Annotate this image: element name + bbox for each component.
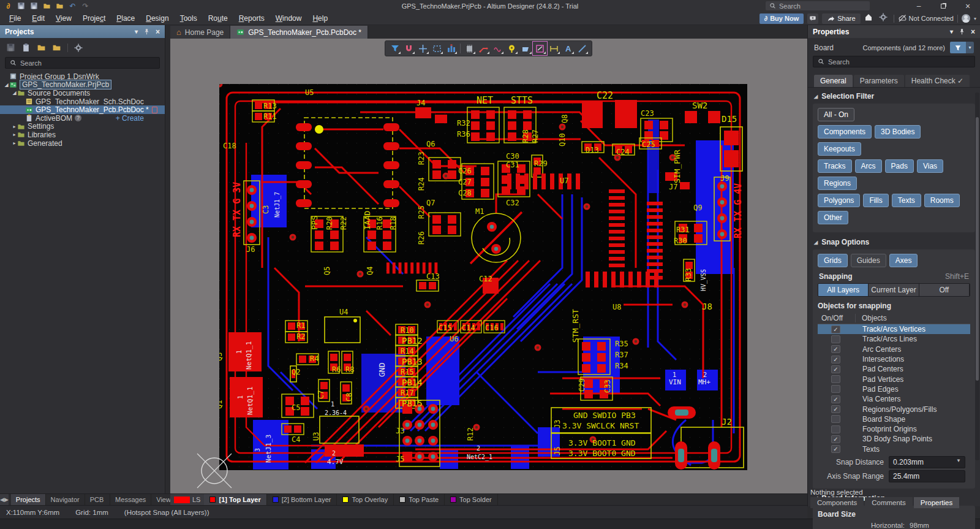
snapping-mode-off[interactable]: Off xyxy=(919,284,970,296)
differential-pair-icon[interactable] xyxy=(491,42,505,55)
checkbox[interactable]: ✓ xyxy=(831,435,840,443)
panel-settings-icon[interactable] xyxy=(74,44,83,52)
filter-texts[interactable]: Texts xyxy=(892,194,921,207)
filter-components[interactable]: Components xyxy=(818,125,872,139)
checkbox[interactable]: ✓ xyxy=(831,395,840,403)
buy-now-button[interactable]: ∂Buy Now xyxy=(760,13,804,24)
pin-icon[interactable] xyxy=(959,28,965,35)
snap-toggle-guides[interactable]: Guides xyxy=(851,254,886,267)
filter-dropdown-icon[interactable]: ▾ xyxy=(966,42,974,53)
panel-tab-navigator[interactable]: Navigator xyxy=(46,494,85,505)
expander-icon[interactable]: ◢ xyxy=(4,82,9,88)
filter-fills[interactable]: Fills xyxy=(863,194,888,207)
home-button[interactable] xyxy=(864,13,875,24)
tab-health[interactable]: Health Check ✓ xyxy=(905,75,970,87)
tree-item[interactable]: ▸Generated xyxy=(0,139,165,148)
explore-folder-icon[interactable] xyxy=(37,43,46,52)
snap-object-row[interactable]: ✓3D Body Snap Points xyxy=(818,434,970,444)
component-icon[interactable] xyxy=(462,42,477,55)
checkbox[interactable]: ✓ xyxy=(831,356,840,363)
share-button[interactable]: Share xyxy=(822,13,860,24)
compile-icon[interactable] xyxy=(21,43,31,52)
snap-object-row[interactable]: ✓Via Centers xyxy=(818,394,970,404)
pcb-editor-canvas[interactable]: A .rp{fill:#e00b0b}.rt{stroke:#e00505;fi… xyxy=(170,39,807,493)
snap-object-row[interactable]: ✓Regions/Polygons/Fills xyxy=(818,404,970,414)
filter-arcs[interactable]: Arcs xyxy=(855,159,882,173)
menu-edit[interactable]: Edit xyxy=(26,13,50,24)
align-columns-icon[interactable] xyxy=(444,42,458,55)
dimension-icon[interactable] xyxy=(547,42,561,55)
filter-pads[interactable]: Pads xyxy=(885,159,914,173)
filter-button[interactable] xyxy=(950,42,966,53)
snap-toggle-axes[interactable]: Axes xyxy=(889,254,918,267)
snap-object-row[interactable]: Pad Vertices xyxy=(818,374,970,384)
cloud-status[interactable]: Not Connected xyxy=(898,14,954,23)
undo-icon[interactable]: ↶ xyxy=(68,2,77,10)
checkbox[interactable] xyxy=(831,415,840,423)
selection-filter-header[interactable]: ◢Selection Filter xyxy=(808,88,980,102)
pcb-document[interactable]: .rp{fill:#e00b0b}.rt{stroke:#e00505;fill… xyxy=(219,84,747,470)
expander-icon[interactable]: ▸ xyxy=(12,124,17,129)
snap-toggle-grids[interactable]: Grids xyxy=(818,254,848,267)
filter-other[interactable]: Other xyxy=(818,211,848,224)
tree-item[interactable]: ▸Settings xyxy=(0,123,165,131)
snap-object-row[interactable]: Board Shape xyxy=(818,414,970,424)
feedback-button[interactable] xyxy=(807,13,818,24)
tree-item[interactable]: GPS_TechnoMaker_Pcb.PcbDoc * xyxy=(0,105,165,114)
menu-view[interactable]: View xyxy=(50,13,77,24)
layer-tab[interactable]: [2] Bottom Layer xyxy=(267,494,337,505)
snap-object-row[interactable]: ✓Texts xyxy=(818,444,970,454)
expander-icon[interactable]: ◢ xyxy=(12,90,17,96)
expander-icon[interactable]: ▸ xyxy=(12,132,17,137)
tabs-scroll-right[interactable]: ▶ xyxy=(4,494,9,505)
snapping-mode-all-layers[interactable]: All Layers xyxy=(818,284,869,296)
solid-region-icon[interactable] xyxy=(519,42,533,55)
checkbox[interactable]: ✓ xyxy=(831,405,840,413)
close-button[interactable]: × xyxy=(956,0,980,12)
save-icon[interactable] xyxy=(17,2,26,10)
filter-icon[interactable] xyxy=(388,42,402,55)
checkbox[interactable]: ✓ xyxy=(831,325,840,333)
panel-close-icon[interactable]: × xyxy=(971,28,975,36)
open-project-icon[interactable] xyxy=(55,2,64,10)
filter-polygons[interactable]: Polygons xyxy=(818,194,860,207)
via-icon[interactable] xyxy=(505,42,519,55)
menu-window[interactable]: Window xyxy=(270,13,307,24)
filter-rooms[interactable]: Rooms xyxy=(924,194,960,207)
snap-options-header[interactable]: ◢Snap Options xyxy=(808,234,980,248)
layer-tab[interactable]: [1] Top Layer xyxy=(204,494,266,505)
doc-tab[interactable]: ⌂Home Page xyxy=(170,26,230,39)
create-link[interactable]: + Create xyxy=(116,114,144,123)
layer-set-chip[interactable]: LS xyxy=(170,494,204,505)
tree-item[interactable]: ▸Libraries xyxy=(0,131,165,139)
filter-vias[interactable]: Vias xyxy=(917,159,943,173)
origin-cross-icon[interactable] xyxy=(416,42,430,55)
filter-tracks[interactable]: Tracks xyxy=(818,159,852,173)
panel-tab-properties[interactable]: Properties xyxy=(914,497,959,508)
global-search-input[interactable]: Search xyxy=(766,1,870,10)
line-icon[interactable] xyxy=(575,42,589,55)
tree-item[interactable]: ActiveBOM?+ Create xyxy=(0,114,165,123)
checkbox[interactable] xyxy=(831,335,840,343)
snap-object-row[interactable]: ✓Pad Centers xyxy=(818,364,970,374)
string-text-icon[interactable]: A xyxy=(561,42,575,55)
select-area-icon[interactable] xyxy=(430,42,444,55)
panel-tab-messages[interactable]: Messages xyxy=(110,494,151,505)
panel-dropdown-icon[interactable]: ▾ xyxy=(950,28,953,35)
axis-snap-range-input[interactable]: 25.4mm xyxy=(889,470,965,482)
panel-dropdown-icon[interactable]: ▾ xyxy=(135,28,138,35)
checkbox[interactable] xyxy=(831,375,840,383)
settings-button[interactable] xyxy=(879,13,890,24)
tab-parameters[interactable]: Parameters xyxy=(854,75,904,87)
panel-tab-comments[interactable]: Comments xyxy=(865,497,913,508)
expander-icon[interactable]: ▸ xyxy=(12,140,17,146)
minimize-button[interactable]: – xyxy=(907,0,931,12)
snap-magnet-icon[interactable] xyxy=(402,42,416,55)
projects-search-input[interactable]: Search xyxy=(5,57,160,69)
doc-tab[interactable]: GPS_TechnoMaker_Pcb.PcbDoc * xyxy=(230,26,368,39)
tree-item[interactable]: GPS_TechnoMaker_Sch.SchDoc xyxy=(0,97,165,106)
tree-item[interactable]: ◢GPS_TechnoMaker.PrjPcb xyxy=(0,81,165,89)
menu-file[interactable]: File xyxy=(4,13,26,24)
checkbox[interactable] xyxy=(831,425,840,433)
save-all-icon[interactable] xyxy=(29,2,39,10)
